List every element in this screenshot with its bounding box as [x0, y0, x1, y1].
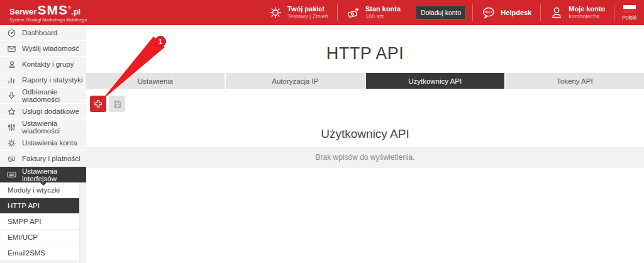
contacts-icon [7, 60, 16, 69]
tab-tokeny-api[interactable]: Tokeny API [506, 73, 644, 89]
star-icon [7, 107, 16, 116]
helpdesk-label: Helpdesk [501, 9, 531, 16]
top-header: SerwerSMS®.pl System Obsługi Marketingu … [0, 0, 644, 25]
main-content: HTTP API Ustawienia Autoryzacja IP Użytk… [86, 25, 644, 263]
submenu-item-http-api[interactable]: HTTP API [0, 198, 79, 214]
brand-logo[interactable]: SerwerSMS®.pl System Obsługi Marketingu … [0, 3, 87, 22]
logo-tagline: System Obsługi Marketingu Mobilnego [9, 18, 87, 22]
banknote-plus-icon [347, 6, 360, 20]
gear-icon [269, 6, 282, 20]
sidebar-item-uslugi-dodatkowe[interactable]: Usługi dodatkowe [0, 104, 86, 120]
tab-bar: Ustawienia Autoryzacja IP Użytkownicy AP… [86, 73, 644, 89]
package-menu[interactable]: Twój pakiet Testowy | Zmień [260, 0, 337, 25]
sidebar-item-label: Wyślij wiadomość [22, 45, 79, 52]
plus-icon [93, 99, 103, 109]
svg-text:API: API [9, 174, 14, 177]
balance-amount: 100 szt. [365, 13, 401, 20]
sidebar-item-dashboard[interactable]: Dashboard [0, 25, 86, 41]
sidebar-item-label: Odbieranie wiadomości [22, 88, 86, 103]
sidebar-item-ustawienia-interfejsow[interactable]: API Ustawienia interfejsów [0, 167, 86, 182]
balance-menu[interactable]: Stan konta 100 szt. [338, 0, 409, 25]
toolbar [90, 96, 644, 112]
balance-title: Stan konta [365, 5, 401, 14]
language-label: Polski [622, 14, 636, 21]
dashboard-gauge-icon [7, 28, 16, 38]
sliders-icon [7, 123, 16, 132]
account-username: kombotechs [569, 13, 605, 20]
helpdesk-bubble-icon: HELP [482, 6, 496, 20]
logo-pl: .pl [71, 8, 80, 16]
banknote-icon [7, 154, 16, 164]
tab-autoryzacja-ip[interactable]: Autoryzacja IP [226, 73, 364, 89]
account-title: Moje konto [569, 5, 605, 14]
sidebar-item-ustawienia-konta[interactable]: Ustawienia konta [0, 135, 86, 151]
topbar-right: Twój pakiet Testowy | Zmień Stan konta 1… [260, 0, 644, 25]
sidebar-item-label: Usługi dodatkowe [22, 108, 79, 115]
logo-text: SerwerSMS®.pl [9, 3, 87, 16]
add-api-user-button[interactable] [90, 96, 106, 112]
sidebar-item-ustawienia-wiadomosci[interactable]: Ustawienia wiadomości [0, 120, 86, 135]
export-list-button[interactable] [109, 96, 125, 112]
sidebar-item-label: Raporty i statystyki [22, 76, 83, 84]
empty-state-message: Brak wpisów do wyświetlenia. [315, 153, 414, 162]
page-title: HTTP API [86, 44, 644, 64]
helpdesk-menu[interactable]: HELP Helpdesk [473, 0, 540, 25]
tab-ustawienia[interactable]: Ustawienia [86, 73, 225, 89]
sidebar-item-faktury-i-platnosci[interactable]: Faktury i płatności [0, 151, 86, 167]
sidebar-item-label: Dashboard [22, 29, 57, 36]
empty-state-bar: Brak wpisów do wyświetlenia. [86, 147, 644, 168]
sidebar-item-label: Ustawienia wiadomości [22, 120, 86, 135]
package-title: Twój pakiet [287, 5, 328, 14]
poland-flag-icon [623, 5, 636, 13]
section-title: Użytkownicy API [86, 127, 644, 141]
account-menu[interactable]: Moje konto kombotechs [541, 0, 614, 25]
floppy-disk-icon [113, 99, 122, 109]
envelope-icon [7, 44, 16, 53]
submenu-item-email2sms[interactable]: Email2SMS [0, 245, 79, 261]
bar-chart-icon [7, 76, 16, 85]
gear-icon [7, 138, 16, 148]
submenu-item-emi-ucp[interactable]: EMI/UCP [0, 230, 79, 245]
sidebar-item-raporty-i-statystyki[interactable]: Raporty i statystyki [0, 72, 86, 88]
svg-text:HELP: HELP [485, 11, 494, 14]
logo-serwer: Serwer [9, 8, 36, 16]
sidebar-item-label: Kontakty i grupy [22, 60, 74, 68]
sidebar-nav: Dashboard Wyślij wiadomość Kontakty i gr… [0, 25, 86, 263]
language-selector[interactable]: Polski [614, 5, 644, 21]
user-icon [550, 6, 564, 20]
sidebar-item-wyslij-wiadomosc[interactable]: Wyślij wiadomość [0, 41, 86, 57]
submenu-item-smpp-api[interactable]: SMPP API [0, 214, 79, 230]
logo-registered-mark: ® [68, 6, 71, 10]
sidebar-item-label: Ustawienia konta [22, 139, 77, 147]
serwersms-panel: SerwerSMS®.pl System Obsługi Marketingu … [0, 0, 644, 263]
topup-button[interactable]: Doładuj konto [416, 6, 466, 20]
sidebar-item-label: Faktury i płatności [22, 155, 80, 162]
sidebar-item-kontakty-i-grupy[interactable]: Kontakty i grupy [0, 57, 86, 72]
sidebar-item-label: Ustawienia interfejsów [22, 167, 86, 182]
interfaces-submenu: Moduły i wtyczki HTTP API SMPP API EMI/U… [0, 182, 80, 261]
api-badge-icon: API [7, 170, 16, 179]
tab-uzytkownicy-api[interactable]: Użytkownicy API [366, 73, 504, 89]
sidebar-item-odbieranie-wiadomosci[interactable]: Odbieranie wiadomości [0, 88, 86, 104]
logo-sms: SMS [37, 3, 68, 16]
download-arrow-icon [7, 91, 16, 101]
package-subtitle[interactable]: Testowy | Zmień [287, 13, 328, 20]
